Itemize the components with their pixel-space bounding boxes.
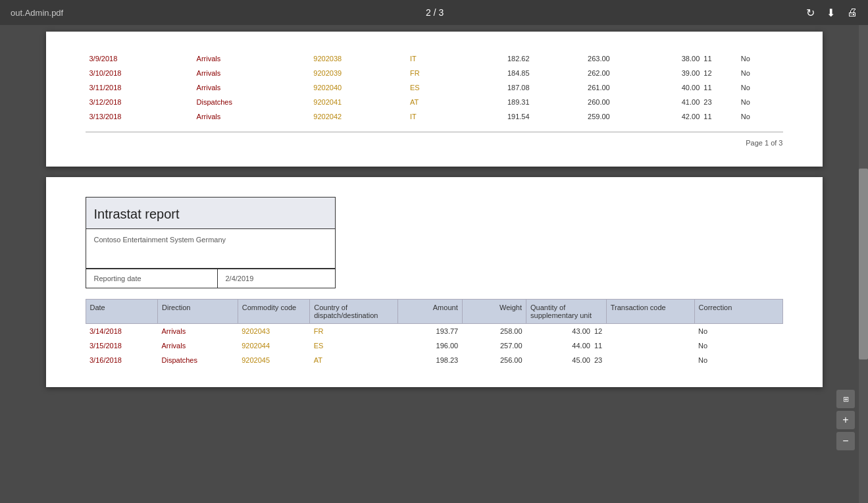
table-row: 3/13/2018 Arrivals 9202042 IT 191.54 259… [86, 109, 783, 124]
zoom-fit-button[interactable]: ⊞ [836, 390, 855, 408]
vertical-scrollbar[interactable] [859, 25, 868, 503]
table-row: 3/16/2018 Dispatches 9202045 AT 198.23 2… [86, 353, 782, 367]
col-amount: Amount [398, 300, 462, 324]
cell-trans [606, 338, 694, 353]
cell-date: 3/10/2018 [86, 66, 193, 80]
cell-code: 9202038 [309, 51, 406, 66]
cell-weight: 262.00 [534, 66, 614, 80]
cell-correction: No [737, 95, 783, 109]
cell-trans [716, 66, 737, 80]
refresh-icon[interactable]: ↻ [806, 7, 815, 19]
cell-correction: No [694, 324, 782, 339]
cell-date: 3/16/2018 [86, 353, 158, 367]
pdf-viewer[interactable]: 3/9/2018 Arrivals 9202038 IT 182.62 263.… [0, 25, 868, 503]
report-header-box: Intrastat report Contoso Entertainment S… [86, 197, 336, 288]
cell-qty: 43.00 12 [526, 324, 607, 339]
cell-amount: 187.08 [453, 80, 533, 95]
report-date-row: Reporting date 2/4/2019 [86, 269, 335, 288]
cell-correction: No [694, 338, 782, 353]
cell-qty: 42.00 11 [614, 109, 716, 124]
cell-weight: 257.00 [462, 338, 526, 353]
scrollbar-thumb[interactable] [859, 169, 868, 359]
cell-correction: No [737, 80, 783, 95]
col-correction: Correction [694, 300, 782, 324]
cell-amount: 193.77 [398, 324, 462, 339]
cell-direction: Arrivals [193, 51, 310, 66]
cell-direction: Arrivals [158, 338, 238, 353]
cell-date: 3/12/2018 [86, 95, 193, 109]
cell-trans [606, 353, 694, 367]
table-row: 3/11/2018 Arrivals 9202040 ES 187.08 261… [86, 80, 783, 95]
cell-country: AT [406, 95, 453, 109]
cell-trans [606, 324, 694, 339]
download-icon[interactable]: ⬇ [827, 7, 835, 19]
cell-code: 9202040 [309, 80, 406, 95]
cell-weight: 258.00 [462, 324, 526, 339]
zoom-controls: ⊞ + − [836, 390, 855, 450]
cell-amount: 182.62 [453, 51, 533, 66]
cell-weight: 261.00 [534, 80, 614, 95]
cell-direction: Arrivals [158, 324, 238, 339]
cell-amount: 184.85 [453, 66, 533, 80]
cell-trans [716, 51, 737, 66]
table-row: 3/10/2018 Arrivals 9202039 FR 184.85 262… [86, 66, 783, 80]
col-trans: Transaction code [606, 300, 694, 324]
cell-amount: 191.54 [453, 109, 533, 124]
report-title: Intrastat report [86, 198, 335, 229]
page-2: Intrastat report Contoso Entertainment S… [46, 177, 823, 387]
col-commodity: Commodity code [238, 300, 310, 324]
cell-correction: No [737, 66, 783, 80]
page-1: 3/9/2018 Arrivals 9202038 IT 182.62 263.… [46, 32, 823, 167]
cell-direction: Arrivals [193, 80, 310, 95]
cell-date: 3/11/2018 [86, 80, 193, 95]
cell-code: 9202042 [309, 109, 406, 124]
filename: out.Admin.pdf [11, 8, 63, 18]
cell-country: ES [310, 338, 398, 353]
cell-qty: 44.00 11 [526, 338, 607, 353]
table-row: 3/14/2018 Arrivals 9202043 FR 193.77 258… [86, 324, 782, 339]
cell-code: 9202041 [309, 95, 406, 109]
reporting-date-value: 2/4/2019 [218, 269, 262, 288]
print-icon[interactable]: 🖨 [847, 7, 857, 19]
toolbar: out.Admin.pdf 2 / 3 ↻ ⬇ 🖨 [0, 0, 868, 25]
cell-weight: 263.00 [534, 51, 614, 66]
cell-amount: 198.23 [398, 353, 462, 367]
cell-trans [716, 109, 737, 124]
col-date: Date [86, 300, 158, 324]
cell-correction: No [737, 109, 783, 124]
cell-code: 9202043 [238, 324, 310, 339]
cell-code: 9202039 [309, 66, 406, 80]
table-row: 3/15/2018 Arrivals 9202044 ES 196.00 257… [86, 338, 782, 353]
cell-correction: No [694, 353, 782, 367]
col-country: Country of dispatch/destination [310, 300, 398, 324]
cell-correction: No [737, 51, 783, 66]
report-company: Contoso Entertainment System Germany [86, 229, 335, 269]
cell-country: AT [310, 353, 398, 367]
cell-trans [716, 80, 737, 95]
zoom-in-button[interactable]: + [836, 411, 855, 429]
table-row: 3/9/2018 Arrivals 9202038 IT 182.62 263.… [86, 51, 783, 66]
cell-amount: 196.00 [398, 338, 462, 353]
cell-country: IT [406, 109, 453, 124]
zoom-out-button[interactable]: − [836, 432, 855, 450]
col-direction: Direction [158, 300, 238, 324]
cell-weight: 260.00 [534, 95, 614, 109]
cell-code: 9202045 [238, 353, 310, 367]
cell-direction: Dispatches [193, 95, 310, 109]
cell-country: IT [406, 51, 453, 66]
cell-country: FR [310, 324, 398, 339]
cell-country: FR [406, 66, 453, 80]
table-row: 3/12/2018 Dispatches 9202041 AT 189.31 2… [86, 95, 783, 109]
col-qty: Quantity of supplementary unit [526, 300, 607, 324]
cell-weight: 256.00 [462, 353, 526, 367]
page-footer: Page 1 of 3 [86, 139, 783, 147]
col-weight: Weight [462, 300, 526, 324]
cell-country: ES [406, 80, 453, 95]
cell-qty: 40.00 11 [614, 80, 716, 95]
cell-date: 3/13/2018 [86, 109, 193, 124]
cell-direction: Arrivals [193, 66, 310, 80]
page-indicator: 2 / 3 [426, 7, 444, 18]
cell-date: 3/15/2018 [86, 338, 158, 353]
cell-weight: 259.00 [534, 109, 614, 124]
cell-qty: 38.00 11 [614, 51, 716, 66]
